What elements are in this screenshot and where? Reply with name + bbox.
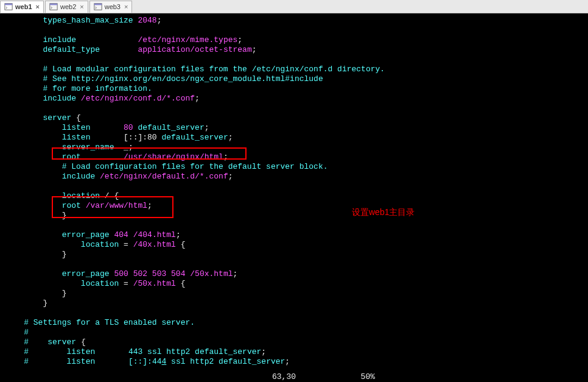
tab-web3[interactable]: web3 × [89, 1, 133, 13]
code-line: # [0, 328, 588, 338]
tab-label: web2 [60, 3, 76, 10]
status-bar: 63,30 50% [0, 372, 588, 382]
scroll-percent: 50% [361, 372, 375, 382]
code-line [0, 26, 588, 35]
code-line: include /etc/nginx/mime.types; [0, 35, 588, 45]
code-line [0, 182, 588, 191]
code-line [0, 55, 588, 65]
terminal-icon [4, 2, 13, 11]
svg-rect-1 [5, 4, 12, 5]
close-icon[interactable]: × [36, 3, 40, 10]
tab-bar: web1 × web2 × web3 × [0, 0, 588, 13]
code-line: location = /50x.html { [0, 279, 588, 289]
tab-label: web1 [15, 3, 32, 10]
code-line: location = /40x.html { [0, 240, 588, 250]
close-icon[interactable]: × [80, 3, 83, 10]
code-line [0, 308, 588, 318]
code-line: error_page 500 502 503 504 /50x.html; [0, 269, 588, 279]
code-line: types_hash_max_size 2048; [0, 16, 588, 26]
code-line [0, 260, 588, 269]
code-line: } [0, 211, 588, 221]
code-line: } [0, 250, 588, 260]
code-line: # Settings for a TLS enabled server. [0, 318, 588, 328]
svg-rect-3 [50, 4, 57, 5]
annotation-label: 设置web1主目录 [352, 207, 415, 217]
code-line: } [0, 289, 588, 299]
code-line: location / { [0, 191, 588, 201]
code-line: root /var/www/html; [0, 201, 588, 211]
code-line: # See http://nginx.org/en/docs/ngx_core_… [0, 74, 588, 84]
tab-web2[interactable]: web2 × [45, 1, 88, 13]
tab-web1[interactable]: web1 × [0, 1, 44, 13]
code-line: server_name _; [0, 143, 588, 152]
terminal-icon [94, 2, 102, 11]
code-line: listen [::]:80 default_server; [0, 133, 588, 143]
code-line: # for more information. [0, 84, 588, 94]
code-line: } [0, 299, 588, 308]
svg-rect-5 [94, 4, 102, 5]
terminal-icon [49, 2, 58, 11]
code-line: include /etc/nginx/conf.d/*.conf; [0, 94, 588, 104]
code-line: error_page 404 /404.html; [0, 230, 588, 240]
code-line: root /usr/share/nginx/html; [0, 152, 588, 162]
code-line: # server { [0, 338, 588, 347]
terminal-editor[interactable]: types_hash_max_size 2048; include /etc/n… [0, 13, 588, 382]
close-icon[interactable]: × [124, 3, 128, 10]
code-line: # listen 443 ssl http2 default_server; [0, 347, 588, 357]
tab-label: web3 [105, 3, 121, 10]
code-line: # Load configuration files for the defau… [0, 162, 588, 172]
code-line: server { [0, 113, 588, 123]
code-line: include /etc/nginx/default.d/*.conf; [0, 172, 588, 182]
code-line: default_type application/octet-stream; [0, 45, 588, 55]
code-line: # Load modular configuration files from … [0, 65, 588, 74]
code-line: # listen [::]:444 ssl http2 default_serv… [0, 357, 588, 367]
code-line [0, 104, 588, 113]
cursor-position: 63,30 [272, 372, 296, 382]
code-line: listen 80 default_server; [0, 123, 588, 133]
code-line [0, 221, 588, 230]
